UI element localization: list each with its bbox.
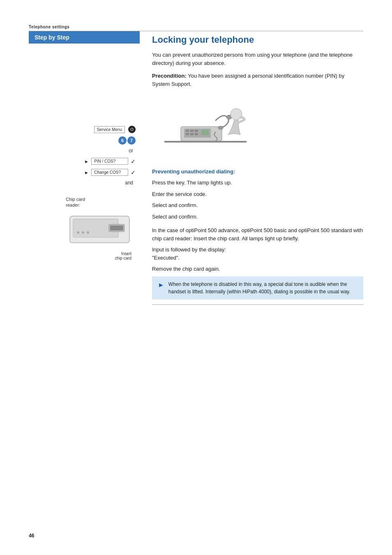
menu-item-change-cos: ► Change COS? ✓: [33, 169, 136, 176]
insert-chip-label: Insertchip card: [115, 251, 136, 260]
page-number: 46: [29, 533, 34, 539]
svg-point-13: [218, 126, 223, 129]
two-col-layout: Step by Step Service Menu 6 7: [29, 31, 363, 305]
left-col-content: Service Menu 6 7 or: [29, 44, 140, 260]
svg-rect-19: [190, 133, 194, 135]
service-menu-circle: [128, 126, 136, 133]
svg-rect-18: [186, 133, 189, 135]
change-cos-box: Change COS?: [91, 169, 128, 176]
instruction-text-4: Select and confirm.: [152, 213, 363, 221]
note-arrow-icon: ►: [158, 281, 164, 289]
service-menu-row: Service Menu: [94, 126, 136, 133]
chip-card-reader-illustration: [66, 210, 136, 249]
instruction-text-2: Enter the service code.: [152, 190, 363, 198]
chip-card-label: Chip cardreader:: [66, 196, 85, 208]
menu-item-pin-cos: ► PIN / COS? ✓: [33, 158, 136, 165]
or-label: or: [33, 148, 136, 154]
svg-rect-21: [201, 130, 209, 135]
checkmark-cos: ✓: [131, 169, 136, 176]
badge-7: 7: [127, 136, 136, 145]
svg-point-6: [77, 231, 79, 234]
pin-cos-box: PIN / COS?: [91, 158, 128, 165]
svg-rect-15: [186, 130, 189, 132]
chip-desc-2: Input is followed by the display:"Execut…: [152, 246, 363, 262]
instruction-text-1: Press the key. The lamp lights up.: [152, 179, 363, 187]
arrow-icon-cos: ►: [84, 170, 89, 175]
note-box: ► When the telephone is disabled in this…: [152, 276, 363, 299]
telephone-illustration: [152, 96, 259, 159]
precondition-bold: Precondition:: [152, 73, 187, 79]
section-label: Telephone settings: [29, 25, 363, 29]
preventing-header: Preventing unauthorized dialing:: [152, 168, 363, 175]
intro-text: You can prevent unauthorized persons fro…: [152, 51, 363, 67]
svg-rect-16: [190, 130, 194, 132]
and-label: and: [33, 180, 136, 186]
page-container: Telephone settings Step by Step Service …: [0, 0, 392, 555]
instruction-row-2: Enter the service code.: [152, 190, 363, 198]
svg-point-7: [82, 231, 84, 234]
chip-desc-1: In the case of optiPoint 500 advance, op…: [152, 226, 363, 242]
chip-card-area: Chip cardreader:: [62, 196, 136, 260]
instruction-text-3: Select and confirm.: [152, 201, 363, 210]
checkmark-pin: ✓: [131, 158, 136, 165]
svg-rect-5: [110, 226, 123, 230]
svg-rect-17: [195, 130, 198, 132]
page-title: Locking your telephone: [152, 35, 363, 45]
svg-rect-20: [195, 133, 198, 135]
svg-rect-9: [164, 141, 247, 143]
instruction-row-1: Press the key. The lamp lights up.: [152, 179, 363, 187]
step-by-step-header: Step by Step: [29, 31, 140, 44]
service-menu-box: Service Menu: [94, 126, 125, 133]
right-col: Locking your telephone You can prevent u…: [140, 31, 363, 305]
bottom-divider: [152, 304, 363, 305]
arrow-icon-pin: ►: [84, 159, 89, 164]
instruction-row-4: Select and confirm.: [152, 213, 363, 221]
chip-desc-area: In the case of optiPoint 500 advance, op…: [152, 226, 363, 273]
telephone-illustration-area: [152, 94, 259, 160]
number-badges-row: 6 7: [118, 136, 136, 145]
note-text: When the telephone is disabled in this w…: [168, 281, 357, 295]
svg-point-1: [131, 129, 133, 130]
left-col: Step by Step Service Menu 6 7: [29, 31, 140, 305]
chip-desc-3: Remove the chip card again.: [152, 265, 363, 273]
instruction-row-3: Select and confirm.: [152, 201, 363, 210]
svg-point-8: [87, 231, 89, 234]
badge-6: 6: [118, 136, 127, 145]
precondition-text: Precondition: You have been assigned a p…: [152, 72, 363, 88]
